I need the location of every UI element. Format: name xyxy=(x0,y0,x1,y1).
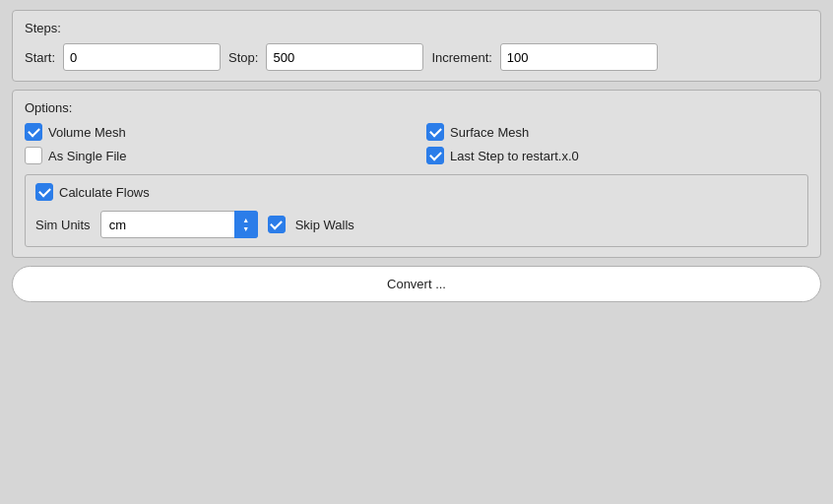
surface-mesh-checkbox[interactable] xyxy=(426,123,444,141)
steps-label: Steps: xyxy=(25,21,808,35)
volume-mesh-checkbox[interactable] xyxy=(25,123,42,141)
volume-mesh-label: Volume Mesh xyxy=(48,125,126,140)
steps-section: Steps: Start: Stop: Increment: xyxy=(12,10,821,82)
calculate-flows-box: Calculate Flows Sim Units cm m mm ft in … xyxy=(25,174,808,247)
stop-input[interactable] xyxy=(266,43,423,71)
convert-button[interactable]: Convert ... xyxy=(12,266,821,302)
as-single-file-checkbox[interactable] xyxy=(25,147,42,164)
calculate-flows-label: Calculate Flows xyxy=(59,185,150,200)
as-single-file-row: As Single File xyxy=(25,147,407,164)
skip-walls-label: Skip Walls xyxy=(295,218,354,232)
surface-mesh-label: Surface Mesh xyxy=(450,125,529,140)
increment-label: Increment: xyxy=(431,50,491,65)
as-single-file-label: As Single File xyxy=(48,149,126,163)
last-step-restart-checkbox[interactable] xyxy=(426,147,444,164)
increment-input[interactable] xyxy=(500,43,658,71)
sim-units-select[interactable]: cm m mm ft in xyxy=(100,211,258,238)
options-label: Options: xyxy=(25,100,808,115)
sim-units-row: Sim Units cm m mm ft in Skip Walls xyxy=(35,211,798,238)
calculate-flows-row: Calculate Flows xyxy=(35,183,798,201)
sim-units-select-wrapper: cm m mm ft in xyxy=(100,211,258,238)
surface-mesh-row: Surface Mesh xyxy=(426,123,808,141)
volume-mesh-row: Volume Mesh xyxy=(25,123,407,141)
skip-walls-checkbox[interactable] xyxy=(268,216,286,233)
last-step-restart-row: Last Step to restart.x.0 xyxy=(426,147,808,164)
options-grid: Volume Mesh Surface Mesh As Single File … xyxy=(25,123,808,164)
calculate-flows-checkbox[interactable] xyxy=(35,183,53,201)
start-input[interactable] xyxy=(63,43,221,71)
options-section: Options: Volume Mesh Surface Mesh As Sin… xyxy=(12,90,821,258)
steps-row: Start: Stop: Increment: xyxy=(25,43,808,71)
start-label: Start: xyxy=(25,50,55,65)
last-step-restart-label: Last Step to restart.x.0 xyxy=(450,149,579,163)
sim-units-label: Sim Units xyxy=(35,218,91,232)
stop-label: Stop: xyxy=(228,50,258,65)
